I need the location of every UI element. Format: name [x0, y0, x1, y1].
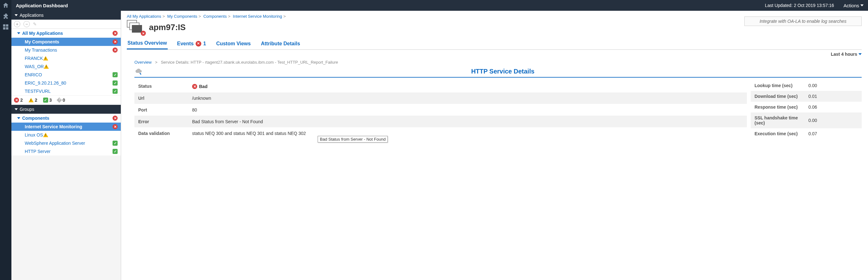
- detail-row: Lookup time (sec)0.00: [751, 80, 862, 91]
- warning-icon: [43, 56, 48, 61]
- tab-custom-views[interactable]: Custom Views: [216, 38, 251, 49]
- chevron-down-icon: [17, 117, 20, 119]
- error-icon: ✕: [113, 124, 118, 129]
- tabs: Status Overview Events ✕ 1 Custom Views …: [127, 38, 862, 50]
- groups-section-header[interactable]: Groups: [11, 105, 121, 114]
- error-icon: ✕: [113, 31, 118, 36]
- sidebar-app-item[interactable]: TESTFVURL✓: [11, 87, 121, 95]
- main-content: Integrate with OA-LA to enable log searc…: [121, 11, 868, 280]
- detail-row: Port80: [134, 104, 747, 116]
- detail-row: Execution time (sec)0.07: [751, 128, 862, 139]
- components-node[interactable]: Components ✕: [11, 114, 121, 123]
- ok-icon: ✓: [113, 89, 118, 94]
- chevron-down-icon: [859, 53, 862, 55]
- warning-icon: [43, 133, 48, 137]
- details-table-right: Lookup time (sec)0.00Download time (sec)…: [751, 80, 862, 139]
- error-icon: ✕: [113, 47, 118, 53]
- error-icon: ✕: [113, 39, 118, 44]
- ok-icon: ✓: [113, 149, 118, 154]
- page-title-bar: Application Dashboard: [16, 3, 68, 8]
- error-icon: ✕: [192, 84, 197, 89]
- error-badge-icon: ✕: [141, 31, 146, 36]
- add-button[interactable]: +: [14, 21, 20, 27]
- component-title: apm97:IS: [149, 23, 186, 32]
- sidebar-app-item[interactable]: FRANCK: [11, 54, 121, 62]
- cloud-icon: [134, 68, 142, 75]
- log-search-box[interactable]: Integrate with OA-LA to enable log searc…: [744, 16, 862, 26]
- sidebar-app-item[interactable]: ERIC_9.20.21.26_80✓: [11, 79, 121, 87]
- warning-icon: [44, 64, 49, 69]
- details-table-left: Status✕ BadUrl/unknownPort80ErrorBad Sta…: [134, 80, 747, 139]
- warning-icon: [29, 98, 34, 102]
- error-count-badge: ✕: [195, 41, 201, 46]
- detail-row: Url/unknown: [134, 93, 747, 104]
- error-icon: ✕: [14, 98, 19, 103]
- last-updated: Last Updated: 2 Oct 2019 13:57:16: [765, 3, 834, 8]
- all-my-applications-node[interactable]: All My Applications ✕: [11, 29, 121, 38]
- component-icon: ✕: [127, 20, 145, 35]
- detail-row: Status✕ Bad: [134, 80, 747, 93]
- tooltip: Bad Status from Server - Not Found: [318, 136, 388, 143]
- left-nav-rail: [0, 0, 11, 280]
- unknown-icon: [57, 98, 62, 103]
- breadcrumb-link[interactable]: Components: [203, 14, 227, 19]
- sidebar-component-item[interactable]: Internet Service Monitoring✕: [11, 123, 121, 131]
- sidebar-component-item[interactable]: Linux OS: [11, 131, 121, 139]
- top-bar: Application Dashboard Last Updated: 2 Oc…: [11, 0, 868, 11]
- breadcrumb-link[interactable]: Internet Service Monitoring: [233, 14, 282, 19]
- chevron-down-icon: [17, 32, 20, 34]
- grid-icon[interactable]: [2, 24, 9, 30]
- detail-breadcrumb: Overview > Service Details: HTTP - rtage…: [127, 59, 862, 68]
- error-icon: ✕: [113, 116, 118, 121]
- ok-icon: ✓: [113, 80, 118, 85]
- ok-icon: ✓: [43, 98, 48, 103]
- breadcrumb-link[interactable]: My Components: [167, 14, 197, 19]
- sidebar-toolbar: + − ✎: [11, 20, 121, 29]
- chevron-down-icon: [14, 108, 18, 110]
- remove-button[interactable]: −: [24, 21, 30, 27]
- detail-row: SSL handshake time (sec)0.00: [751, 112, 862, 128]
- breadcrumb-link[interactable]: All My Applications: [127, 14, 161, 19]
- detail-row: Response time (sec)0.06: [751, 102, 862, 112]
- ok-icon: ✓: [113, 72, 118, 77]
- sidebar-app-item[interactable]: My Components✕: [11, 38, 121, 46]
- sidebar-component-item[interactable]: WebSphere Application Server✓: [11, 139, 121, 147]
- details-title: HTTP Service Details: [144, 68, 862, 75]
- puzzle-icon[interactable]: [2, 13, 9, 20]
- status-summary: ✕2 2 ✓3 0: [11, 95, 121, 105]
- applications-section-header[interactable]: Applications: [11, 11, 121, 20]
- detail-row: Data validationstatus NEQ 300 and status…: [134, 127, 747, 139]
- actions-menu[interactable]: Actions: [844, 3, 864, 8]
- detail-row: Download time (sec)0.01: [751, 91, 862, 102]
- chevron-down-icon: [860, 4, 864, 6]
- detail-row: ErrorBad Status from Server - Not Found: [134, 116, 747, 127]
- time-range-selector[interactable]: Last 4 hours: [127, 50, 862, 59]
- edit-icon[interactable]: ✎: [33, 22, 37, 27]
- sidebar-app-item[interactable]: ENRICO✓: [11, 71, 121, 79]
- sidebar-component-item[interactable]: HTTP Server✓: [11, 147, 121, 155]
- sidebar: Applications + − ✎ All My Applications ✕…: [11, 11, 121, 280]
- sidebar-app-item[interactable]: My Transactions✕: [11, 46, 121, 54]
- chevron-down-icon: [14, 14, 18, 16]
- ok-icon: ✓: [113, 141, 118, 146]
- overview-link[interactable]: Overview: [134, 60, 152, 65]
- tab-events[interactable]: Events ✕ 1: [177, 38, 207, 49]
- home-icon[interactable]: [2, 2, 9, 9]
- tab-status-overview[interactable]: Status Overview: [127, 38, 168, 49]
- sidebar-app-item[interactable]: WAS_OR: [11, 62, 121, 71]
- tab-attribute-details[interactable]: Attribute Details: [260, 38, 301, 49]
